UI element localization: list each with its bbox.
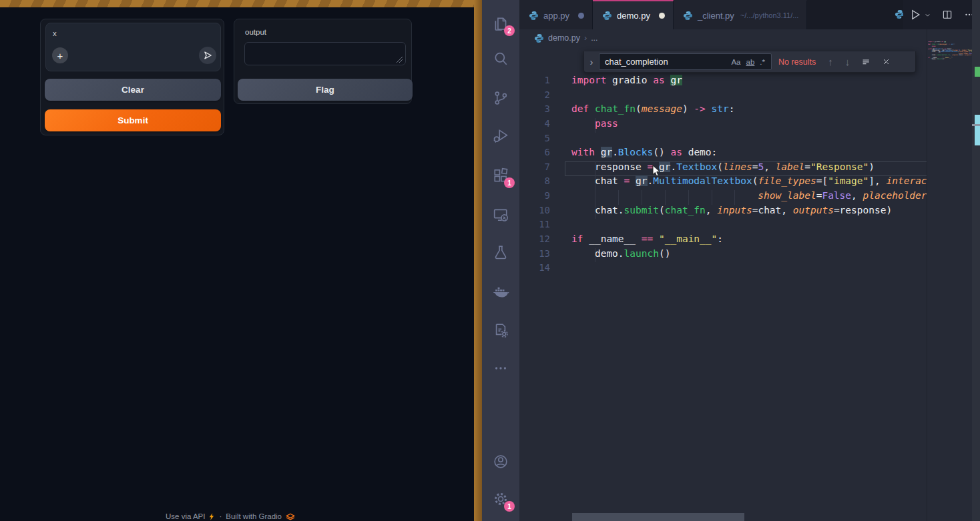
- minimap-separator: [927, 29, 927, 521]
- code-line-9[interactable]: show_label=False, placeholder=: [571, 190, 927, 205]
- run-dropdown-chevron-icon[interactable]: [923, 11, 932, 19]
- activity-item-source-control[interactable]: [491, 89, 510, 107]
- regex-toggle[interactable]: .*: [757, 57, 768, 67]
- dev-containers-icon: [491, 321, 510, 340]
- line-number: 8: [519, 175, 565, 190]
- whole-word-toggle[interactable]: ab: [744, 57, 758, 67]
- find-results-label: No results: [778, 57, 816, 67]
- horizontal-scrollbar[interactable]: [572, 513, 744, 521]
- python-icon: [529, 11, 539, 21]
- activity-item-run-debug[interactable]: [491, 126, 510, 145]
- code-line-14[interactable]: [571, 262, 927, 277]
- activity-item-docker[interactable]: [491, 283, 510, 302]
- input-label: x: [53, 29, 57, 37]
- line-number: 6: [519, 147, 565, 161]
- find-next-button[interactable]: ↓: [845, 56, 850, 67]
- run-python-file-button[interactable]: [909, 8, 922, 21]
- output-label: output: [245, 28, 266, 36]
- line-number: 9: [519, 190, 565, 205]
- find-widget: › Aa ab .* No results ↑ ↓: [583, 51, 916, 73]
- send-button[interactable]: [199, 47, 216, 64]
- line-number: 1: [519, 75, 565, 89]
- plus-icon: +: [57, 50, 63, 61]
- code-line-2[interactable]: [571, 89, 927, 104]
- code-line-12[interactable]: if __name__ == "__main__":: [571, 233, 927, 248]
- editor-actions: [903, 0, 980, 29]
- badge: 2: [504, 25, 515, 36]
- breadcrumb-file[interactable]: demo.py: [548, 33, 580, 43]
- find-previous-button[interactable]: ↑: [828, 56, 833, 67]
- tab-demo.py[interactable]: demo.py: [593, 0, 674, 29]
- output-textarea[interactable]: [244, 42, 406, 65]
- multimodal-textbox[interactable]: x +: [45, 23, 221, 71]
- activity-item-remote-explorer[interactable]: [491, 205, 510, 224]
- activity-item-explorer[interactable]: 2: [491, 14, 510, 33]
- overview-marker-green: [975, 67, 980, 77]
- breadcrumb-chevron-icon: ›: [584, 33, 587, 43]
- indent-guide: [595, 175, 595, 190]
- indent-guide: [595, 205, 595, 219]
- code-line-6[interactable]: with gr.Blocks() as demo:: [571, 147, 927, 161]
- find-input[interactable]: [605, 57, 728, 67]
- breadcrumb-more[interactable]: ...: [591, 33, 597, 43]
- testing-icon: [491, 243, 510, 262]
- submit-button[interactable]: Submit: [45, 109, 221, 131]
- find-close-button[interactable]: [881, 57, 891, 67]
- line-number: 4: [519, 118, 565, 133]
- minimap-line: chat.submit(chat_fn, inputs=chat, output…: [928, 55, 973, 56]
- minimap-line: [928, 60, 973, 61]
- code-line-1[interactable]: import gradio as gr: [571, 75, 927, 89]
- built-with-gradio-link[interactable]: Built with Gradio: [226, 512, 282, 520]
- indent-guide: [595, 248, 595, 263]
- code-line-13[interactable]: demo.launch(): [571, 248, 927, 263]
- tab-label: demo.py: [617, 11, 650, 21]
- indent-guide: [595, 161, 595, 176]
- activity-bar: 211: [482, 0, 519, 521]
- activity-item-extensions[interactable]: 1: [491, 166, 510, 185]
- line-number: 5: [519, 133, 565, 147]
- gradio-logo-icon: [286, 513, 295, 520]
- code-line-7[interactable]: response = gr.Textbox(lines=5, label="Re…: [571, 161, 927, 176]
- input-card: x + Clear Submit: [40, 19, 224, 135]
- indent-guide: [595, 190, 595, 205]
- attach-file-button[interactable]: +: [52, 47, 68, 63]
- activity-item-settings[interactable]: 1: [491, 490, 510, 508]
- activity-item-accounts[interactable]: [491, 452, 510, 471]
- code-line-10[interactable]: chat.submit(chat_fn, inputs=chat, output…: [571, 205, 927, 219]
- activity-item-more-views[interactable]: [491, 359, 510, 378]
- activity-item-search[interactable]: [491, 49, 510, 68]
- code-line-8[interactable]: chat = gr.MultimodalTextbox(file_types=[…: [571, 175, 927, 190]
- split-editor-button[interactable]: [941, 9, 953, 21]
- find-in-selection-button[interactable]: [861, 56, 872, 67]
- modified-dot-icon[interactable]: [659, 13, 665, 19]
- screen: x + Clear Submit output Flag Use via API…: [0, 0, 980, 521]
- clear-button[interactable]: Clear: [45, 79, 221, 101]
- use-via-api-link[interactable]: Use via API: [166, 512, 205, 520]
- code-line-4[interactable]: pass: [571, 118, 927, 133]
- code-line-5[interactable]: [571, 133, 927, 147]
- code-line-3[interactable]: def chat_fn(message) -> str:: [571, 103, 927, 118]
- remote-explorer-icon: [491, 205, 510, 224]
- breadcrumb: demo.py › ...: [534, 29, 598, 47]
- screenshare-border-top: [0, 0, 475, 7]
- gradio-footer: Use via API · Built with Gradio: [0, 512, 461, 521]
- match-case-toggle[interactable]: Aa: [728, 57, 743, 67]
- flag-button[interactable]: Flag: [238, 79, 413, 101]
- gradio-app: x + Clear Submit output Flag Use via API…: [0, 0, 474, 521]
- overview-marker-line: [972, 124, 980, 126]
- docker-icon: [491, 283, 510, 302]
- tab-app.py[interactable]: app.py: [519, 0, 593, 29]
- modified-dot-icon[interactable]: [578, 13, 584, 19]
- code-editor[interactable]: import gradio as grdef chat_fn(message) …: [571, 75, 927, 277]
- line-number: 12: [519, 233, 565, 248]
- vscode-window: 211 app.pydemo.py_client.py~/.../python3…: [482, 0, 980, 521]
- activity-item-dev-containers[interactable]: [491, 321, 510, 340]
- tab-_client.py[interactable]: _client.py~/.../python3.11/...: [674, 0, 807, 29]
- line-number: 3: [519, 103, 565, 118]
- toggle-replace-chevron[interactable]: ›: [584, 56, 599, 67]
- resize-handle[interactable]: [397, 57, 403, 63]
- minimap[interactable]: import gradio as grdef chat_fn(message) …: [928, 41, 973, 72]
- activity-item-testing[interactable]: [491, 243, 510, 262]
- code-line-11[interactable]: [571, 219, 927, 233]
- search-icon: [491, 49, 510, 68]
